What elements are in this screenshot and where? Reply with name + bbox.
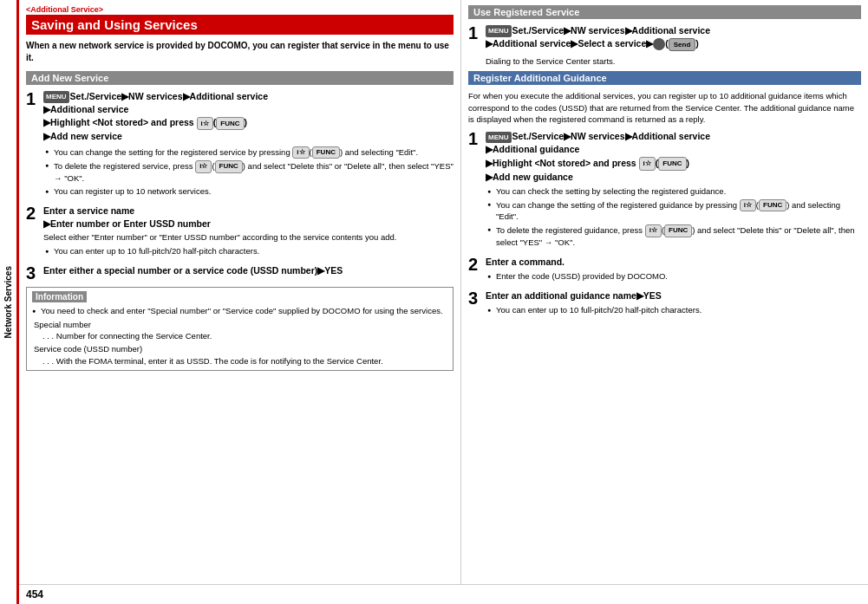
two-col-layout: <Additional Service> Saving and Using Se… bbox=[19, 0, 868, 584]
use-registered-header: Use Registered Service bbox=[468, 5, 861, 19]
use-reg-line2: ▶Additional service▶Select a service▶(Se… bbox=[486, 38, 699, 49]
step-1-bullet-3: You can register up to 10 network servic… bbox=[45, 186, 454, 198]
register-guidance-intro: For when you execute the additional serv… bbox=[468, 90, 861, 125]
sidebar: Network Services bbox=[0, 0, 19, 604]
step-3-number: 3 bbox=[26, 264, 43, 282]
func-icon-rg1: i☆ bbox=[639, 157, 656, 171]
right-column: Use Registered Service 1 MENUSet./Servic… bbox=[461, 0, 868, 584]
use-reg-step-1-number: 1 bbox=[468, 24, 486, 42]
info-service-code: Service code (USSD number) bbox=[34, 343, 447, 354]
rg-step-1-bullet-1: You can check the setting by selecting t… bbox=[487, 186, 861, 198]
info-box-header: Information bbox=[32, 291, 87, 302]
step-1-bullet-2: To delete the registered service, press … bbox=[45, 160, 454, 185]
breadcrumb: <Additional Service> bbox=[26, 5, 454, 14]
menu-icon-right-1: MENU bbox=[486, 25, 512, 37]
rg-step-2-content: Enter a command. Enter the code (USSD) p… bbox=[486, 256, 861, 284]
rg-step-3-number: 3 bbox=[468, 289, 486, 307]
step-2-content: Enter a service name ▶Enter number or En… bbox=[43, 205, 454, 259]
step-1-line2: ▶Additional service bbox=[43, 104, 128, 114]
step-2-desc: Select either "Enter number" or "Enter U… bbox=[43, 232, 454, 244]
rg-step-1-number: 1 bbox=[468, 130, 486, 147]
circle-btn-1 bbox=[653, 38, 665, 50]
info-special: Special number bbox=[34, 319, 447, 330]
step-3: 3 Enter either a special number or a ser… bbox=[26, 264, 454, 282]
step-1-line3: ▶Highlight <Not stored> and press i☆(FUN… bbox=[43, 117, 247, 127]
func-label-rg1: FUNC bbox=[658, 157, 686, 171]
func-icon-b1: i☆ bbox=[292, 146, 309, 159]
func-icon-rg-b3: i☆ bbox=[645, 224, 662, 237]
left-column: <Additional Service> Saving and Using Se… bbox=[19, 0, 461, 584]
func-label-rg-b2: FUNC bbox=[759, 199, 786, 212]
rg-step-2-line1: Enter a command. bbox=[486, 257, 565, 267]
func-label-rg-b3: FUNC bbox=[664, 224, 692, 237]
sidebar-label: Network Services bbox=[3, 266, 13, 338]
menu-icon-1: MENU bbox=[43, 91, 69, 103]
func-label-b1: FUNC bbox=[312, 146, 340, 159]
step-1-bullet-1: You can change the setting for the regis… bbox=[45, 146, 454, 159]
rg-step-2-bullet-1: Enter the code (USSD) provided by DOCOMO… bbox=[487, 271, 861, 283]
step-1-line1: Set./Service▶NW services▶Additional serv… bbox=[70, 91, 268, 101]
info-bullet-1: You need to check and enter "Special num… bbox=[32, 306, 447, 317]
rg-step-2: 2 Enter a command. Enter the code (USSD)… bbox=[468, 256, 861, 284]
rg-step-1-line3: ▶Highlight <Not stored> and press i☆(FUN… bbox=[486, 158, 689, 168]
use-reg-step-1: 1 MENUSet./Service▶NW services▶Additiona… bbox=[468, 24, 861, 51]
rg-step-3: 3 Enter an additional guidance name▶YES … bbox=[468, 289, 861, 318]
rg-step-3-content: Enter an additional guidance name▶YES Yo… bbox=[486, 289, 861, 318]
step-2-line2: ▶Enter number or Enter USSD number bbox=[43, 218, 211, 229]
rg-step-1-line1: Set./Service▶NW services▶Additional serv… bbox=[512, 131, 710, 141]
intro-text: When a new network service is provided b… bbox=[26, 40, 454, 64]
main-content: <Additional Service> Saving and Using Se… bbox=[19, 0, 868, 604]
rg-step-2-bullets: Enter the code (USSD) provided by DOCOMO… bbox=[487, 271, 861, 283]
step-3-line1: Enter either a special number or a servi… bbox=[43, 265, 343, 276]
rg-step-1-content: MENUSet./Service▶NW services▶Additional … bbox=[486, 130, 861, 250]
func-icon-rg-b2: i☆ bbox=[740, 199, 756, 212]
menu-icon-rg-1: MENU bbox=[486, 132, 512, 144]
step-2-number: 2 bbox=[26, 205, 43, 222]
step-2-bullet-1: You can enter up to 10 full-pitch/20 hal… bbox=[45, 246, 454, 257]
info-box-content: You need to check and enter "Special num… bbox=[32, 306, 447, 367]
step-2-bullets: You can enter up to 10 full-pitch/20 hal… bbox=[45, 246, 454, 257]
rg-step-1-bullet-2: You can change the setting of the regist… bbox=[487, 199, 861, 224]
step-1-number: 1 bbox=[26, 90, 43, 107]
register-guidance-header: Register Additional Guidance bbox=[468, 71, 861, 85]
func-icon-b2: i☆ bbox=[195, 160, 212, 173]
rg-step-3-bullet-1: You can enter up to 10 full-pitch/20 hal… bbox=[487, 305, 861, 316]
page-number: 454 bbox=[19, 584, 868, 604]
step-1-line4: ▶Add new service bbox=[43, 131, 122, 141]
rg-step-1: 1 MENUSet./Service▶NW services▶Additiona… bbox=[468, 130, 861, 250]
rg-step-1-bullets: You can check the setting by selecting t… bbox=[487, 186, 861, 249]
info-box: Information You need to check and enter … bbox=[26, 287, 454, 371]
intro-strong: When a new network service is provided b… bbox=[26, 41, 449, 62]
use-reg-line1: Set./Service▶NW services▶Additional serv… bbox=[512, 25, 710, 36]
rg-step-3-bullets: You can enter up to 10 full-pitch/20 hal… bbox=[487, 305, 861, 316]
rg-step-1-line2: ▶Additional guidance bbox=[486, 144, 579, 154]
add-new-service-header: Add New Service bbox=[26, 71, 454, 85]
rg-step-1-bullet-3: To delete the registered guidance, press… bbox=[487, 224, 861, 249]
step-1: 1 MENUSet./Service▶NW services▶Additiona… bbox=[26, 90, 454, 199]
use-reg-step-1-content: MENUSet./Service▶NW services▶Additional … bbox=[486, 24, 861, 51]
step-2: 2 Enter a service name ▶Enter number or … bbox=[26, 205, 454, 259]
rg-step-2-number: 2 bbox=[468, 256, 486, 273]
rg-step-1-line4: ▶Add new guidance bbox=[486, 172, 573, 182]
send-btn-1: Send bbox=[669, 38, 696, 52]
step-2-line1: Enter a service name bbox=[43, 205, 134, 216]
step-1-bullets: You can change the setting for the regis… bbox=[45, 146, 454, 198]
section-title: Saving and Using Services bbox=[26, 15, 454, 35]
func-icon-1: i☆ bbox=[197, 117, 213, 131]
step-1-content: MENUSet./Service▶NW services▶Additional … bbox=[43, 90, 454, 199]
func-label-1: FUNC bbox=[216, 117, 244, 131]
step-3-content: Enter either a special number or a servi… bbox=[43, 264, 454, 277]
func-label-b2: FUNC bbox=[215, 160, 243, 173]
rg-step-3-line1: Enter an additional guidance name▶YES bbox=[486, 290, 662, 301]
dialing-note: Dialing to the Service Center starts. bbox=[486, 56, 861, 66]
info-service-code-desc: . . . With the FOMA terminal, enter it a… bbox=[42, 355, 447, 367]
info-special-desc: . . . Number for connecting the Service … bbox=[42, 330, 447, 341]
